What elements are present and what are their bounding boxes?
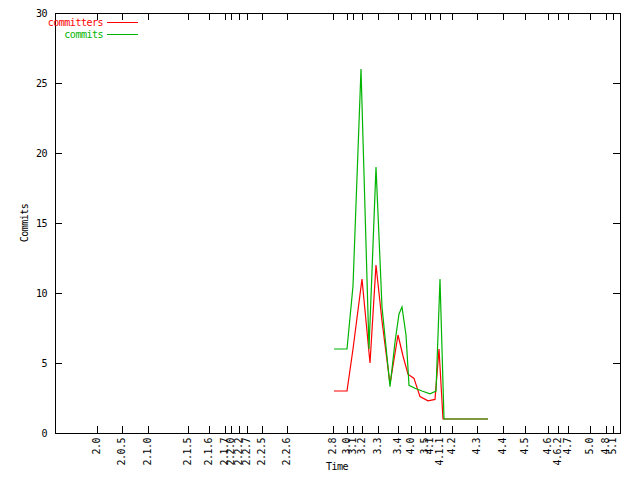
y-tick-label: 25 <box>7 78 47 89</box>
legend-line-commits <box>107 34 138 35</box>
series-line-commits <box>334 69 488 419</box>
x-tick-label: 2.1.5 <box>182 438 193 480</box>
x-tick-label: 4.4 <box>497 438 508 480</box>
legend-line-committers <box>107 22 138 23</box>
y-tick-label: 20 <box>7 148 47 159</box>
x-tick-label: 4.3 <box>471 438 482 480</box>
series-line-committers <box>334 265 488 419</box>
y-tick-label: 30 <box>7 8 47 19</box>
x-tick-label: 2.2.5 <box>256 438 267 480</box>
y-tick-label: 0 <box>7 428 47 439</box>
x-tick-label: 2.0 <box>91 438 102 480</box>
x-tick-label: 4.7 <box>562 438 573 480</box>
y-tick-label: 5 <box>7 358 47 369</box>
x-tick-label: 2.8 <box>327 438 338 480</box>
x-tick-label: 4.5 <box>519 438 530 480</box>
x-tick-label: 4.0 <box>405 438 416 480</box>
x-tick-label: 3.2 <box>356 438 367 480</box>
x-tick-label: 5.0 <box>584 438 595 480</box>
x-tick-label: 2.2.6 <box>281 438 292 480</box>
x-tick-label: 4.1.1 <box>434 438 445 480</box>
plot-svg <box>0 0 640 480</box>
x-tick-label: 2.2.7 <box>241 438 252 480</box>
x-tick-label: 2.0.5 <box>116 438 127 480</box>
y-tick-label: 10 <box>7 288 47 299</box>
plot-border <box>55 13 620 433</box>
commits-chart: Commits Time committers commits 05101520… <box>0 0 640 480</box>
y-tick-label: 15 <box>7 218 47 229</box>
x-tick-label: 4.2 <box>446 438 457 480</box>
x-tick-label: 3.3 <box>372 438 383 480</box>
x-tick-label: 2.1.0 <box>142 438 153 480</box>
legend-label-commits: commits <box>0 29 103 40</box>
x-tick-label: 5.1 <box>607 438 618 480</box>
x-tick-label: 3.4 <box>392 438 403 480</box>
x-tick-label: 2.1.6 <box>203 438 214 480</box>
